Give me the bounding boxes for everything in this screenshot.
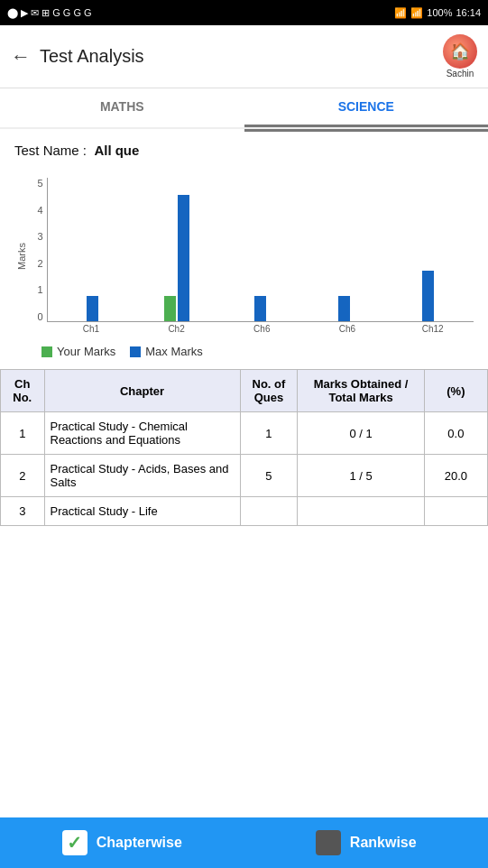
y-label-2: 2 [37,258,42,269]
td-marks-2 [298,497,424,526]
chart-legend: Your Marks Max Marks [0,337,488,369]
test-name-row: Test Name : All que [0,132,488,169]
max-marks-bar-0 [87,296,98,321]
y-label-3: 3 [37,231,42,242]
tab-science[interactable]: SCIENCE [244,88,489,127]
table-row: 2Practical Study - Acids, Bases and Salt… [1,455,488,497]
td-pct-1: 20.0 [424,455,487,497]
x-label-1: Ch2 [135,324,217,334]
legend-green-box [41,346,52,357]
legend-blue-box [130,346,141,357]
status-icons: ⬤ ▶ ✉ ⊞ G G G G [7,7,92,19]
avatar-label: Sachin [447,69,474,78]
legend-max-marks-label: Max Marks [145,345,203,358]
y-label-0: 0 [37,311,42,322]
th-chno: Ch No. [1,370,45,412]
td-pct-2 [424,497,487,526]
page-title: Test Analysis [40,46,144,67]
y-label-4: 4 [37,205,42,216]
max-marks-bar-4 [422,271,434,321]
results-table: Ch No. Chapter No. of Ques Marks Obtaine… [0,369,488,526]
td-chno-1: 2 [1,455,45,497]
chart-container: Marks 5 4 3 2 1 0 Ch1C [0,169,488,337]
test-name-prefix: Test Name : [14,143,87,158]
x-label-4: Ch12 [391,324,474,334]
legend-your-marks: Your Marks [41,345,115,358]
status-bar-left: ⬤ ▶ ✉ ⊞ G G G G [7,7,92,19]
x-label-2: Ch6 [221,324,303,334]
bar-group-3 [304,178,384,321]
td-noques-0: 1 [240,412,298,455]
th-noofques: No. of Ques [240,370,298,412]
table-row: 1Practical Study - Chemical Reactions an… [1,412,488,455]
avatar[interactable]: 🏠 [443,34,477,69]
wifi-icon: 📶 [394,7,407,19]
th-marks: Marks Obtained / Total Marks [298,370,424,412]
bar-group-1 [136,178,216,321]
td-chapter-2: Practical Study - Life [44,497,240,526]
th-percent: (%) [424,370,487,412]
y-label-1: 1 [37,284,42,295]
y-label-5: 5 [37,178,42,189]
bar-group-2 [220,178,300,321]
td-noques-1: 5 [240,455,298,497]
table-container: Ch No. Chapter No. of Ques Marks Obtaine… [0,369,488,526]
signal-icon: 📶 [410,7,423,19]
x-label-3: Ch6 [307,324,389,334]
legend-max-marks: Max Marks [130,345,203,358]
battery-label: 100% [427,7,452,18]
td-marks-0: 0 / 1 [298,412,424,455]
time-label: 16:14 [456,7,481,18]
td-chapter-0: Practical Study - Chemical Reactions and… [44,412,240,455]
td-noques-2 [240,497,298,526]
max-marks-bar-3 [338,296,350,321]
bar-group-0 [53,178,134,321]
td-chapter-1: Practical Study - Acids, Bases and Salts [44,455,240,497]
bar-group-4 [388,178,468,321]
max-marks-bar-2 [254,296,266,321]
td-marks-1: 1 / 5 [298,455,424,497]
y-axis-title: Marks [16,243,27,270]
td-chno-2: 3 [1,497,45,526]
your-marks-bar-1 [164,296,176,321]
tabs: MATHS SCIENCE [0,88,488,129]
tab-maths[interactable]: MATHS [0,88,244,127]
td-pct-0: 0.0 [424,412,487,455]
status-bar-right: 📶 📶 100% 16:14 [394,7,481,19]
status-bar: ⬤ ▶ ✉ ⊞ G G G G 📶 📶 100% 16:14 [0,0,488,25]
legend-your-marks-label: Your Marks [57,345,115,358]
avatar-wrapper[interactable]: 🏠 Sachin [443,34,477,78]
back-button[interactable]: ← [11,45,31,69]
header: ← Test Analysis 🏠 Sachin [0,25,488,88]
x-label-0: Ch1 [51,324,133,334]
max-marks-bar-1 [178,195,189,321]
table-row: 3Practical Study - Life [1,497,488,526]
header-left: ← Test Analysis [11,45,144,69]
bars-area [47,178,474,322]
th-chapter: Chapter [44,370,240,412]
test-name-value: All que [94,143,139,158]
td-chno-0: 1 [1,412,45,455]
